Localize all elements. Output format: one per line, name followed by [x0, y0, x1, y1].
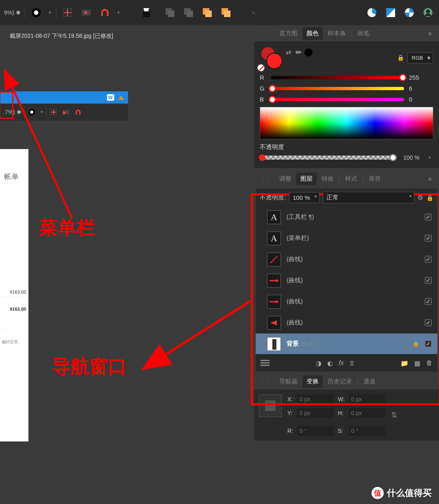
layer-panel-tabs: ⋮⋮ 调整 图层 特效 | 样式 | 库存 ≡ — [254, 171, 439, 187]
link-icon[interactable]: ⇅ — [391, 411, 397, 420]
tab-brushes[interactable]: 画笔 — [353, 27, 374, 40]
field-y[interactable]: 0 px — [297, 408, 334, 418]
snapping-grid-button[interactable] — [59, 5, 76, 20]
svg-line-1 — [162, 301, 250, 357]
document-tab[interactable]: 截屏2021-08-07 下午5.19.58.jpg [已修改] — [0, 29, 129, 43]
tab-layers[interactable]: 图层 — [296, 173, 317, 185]
blend-mode-select[interactable]: 正常 — [323, 192, 414, 203]
canvas-area: 截屏2021-08-07 下午5.19.58.jpg [已修改] W .7%) … — [0, 25, 254, 504]
embedded-app-preview: W .7%) ✱ ▼ — [0, 91, 128, 121]
value-g[interactable]: 6 — [409, 85, 433, 92]
doc-note-1: 。 — [0, 323, 28, 332]
field-s[interactable]: 0 ° — [349, 426, 385, 436]
vlc-icon — [118, 95, 124, 100]
color-spectrum[interactable] — [260, 107, 433, 139]
persona-liquify-button[interactable] — [382, 5, 399, 20]
panel-handle-icon[interactable]: ⋮⋮ — [257, 30, 274, 37]
panel-menu-icon[interactable]: ≡ — [424, 173, 436, 185]
tab-styles[interactable]: 样式 — [341, 173, 361, 185]
arrange-backward-button[interactable] — [180, 5, 197, 20]
embedded-mask-button — [25, 106, 38, 118]
zoom-indicator[interactable]: 9%) ✱ — [2, 9, 22, 16]
color-mode-select[interactable]: RGB — [407, 52, 433, 63]
watermark: 值 什么值得买 — [372, 487, 432, 499]
tab-fx[interactable]: 特效 — [317, 173, 338, 185]
color-panel: ⇄ ✎ 🔒 RGB R 255 G 6 B 0 不透明度 100 % — [254, 41, 439, 168]
tab-histogram[interactable]: 直方图 — [275, 27, 302, 40]
annotation-label-nav: 导航窗口 — [52, 354, 127, 379]
account-button[interactable] — [419, 5, 437, 20]
align-button[interactable]: ≡ — [245, 5, 262, 20]
doc-price-1: ¥163.00 — [0, 287, 28, 297]
main-toolbar: 9%) ✱ ▼ ▼ ≡ — [0, 0, 439, 25]
embedded-document: 帐单 ¥163.00 ¥163.00 。 偏好设置。 — [0, 149, 28, 441]
annotation-arrow-2 — [154, 298, 260, 363]
arrange-front-button[interactable] — [217, 5, 235, 20]
magnet-snap-button[interactable] — [96, 5, 113, 20]
sampled-color[interactable] — [304, 48, 313, 56]
tab-swatches[interactable]: 样本条 — [324, 27, 350, 40]
panel-menu-icon[interactable]: ≡ — [424, 28, 436, 39]
tab-stock[interactable]: 库存 — [365, 173, 385, 185]
embedded-toolbar: .7%) ✱ ▼ — [0, 104, 128, 121]
tab-color[interactable]: 颜色 — [302, 27, 323, 40]
embedded-grid-button — [48, 107, 60, 117]
layer-thumb — [267, 337, 281, 351]
field-r[interactable]: 0 ° — [297, 426, 334, 436]
embedded-titlebar: W — [0, 91, 128, 104]
document-tab-strip: 截屏2021-08-07 下午5.19.58.jpg [已修改] — [0, 25, 254, 43]
opacity-dropdown[interactable]: ▼ — [426, 156, 433, 160]
annotation-box-menu — [0, 91, 13, 119]
arrange-forward-button[interactable] — [199, 5, 216, 20]
snap-align-button[interactable] — [78, 5, 95, 20]
value-r[interactable]: 255 — [409, 74, 433, 81]
wps-icon: W — [107, 94, 114, 101]
doc-note-2: 偏好设置。 — [0, 337, 28, 346]
assistant-button[interactable] — [138, 5, 155, 20]
doc-price-2: ¥163.00 — [0, 304, 28, 314]
persona-photo-button[interactable] — [363, 5, 380, 20]
opacity-value[interactable]: 100 % — [400, 153, 423, 162]
arrange-back-button[interactable] — [161, 5, 178, 20]
opacity-label: 不透明度 — [260, 143, 433, 151]
annotation-label-menu: 菜单栏 — [39, 215, 95, 240]
color-swatch[interactable] — [260, 46, 283, 69]
embedded-snap-button — [60, 107, 72, 117]
snap-dropdown[interactable]: ▼ — [115, 11, 122, 15]
persona-develop-button[interactable] — [401, 5, 418, 20]
mask-dropdown[interactable]: ▼ — [46, 11, 54, 15]
swap-colors-icon[interactable]: ⇄ — [286, 48, 291, 56]
layer-opacity-select[interactable]: 100 % — [289, 192, 319, 203]
embedded-magnet-button — [72, 107, 84, 117]
right-panel-dock: ⋮⋮ 直方图 颜色 样本条 | 画笔 ≡ ⇄ ✎ 🔒 RGB R 255 G — [254, 25, 439, 504]
doc-title: 帐单 — [0, 149, 28, 182]
layer-stack-icon[interactable] — [261, 360, 269, 366]
panel-handle-icon[interactable]: ⋮⋮ — [257, 175, 274, 182]
embedded-dd: ▼ — [38, 110, 46, 114]
slider-r[interactable]: R 255 — [260, 74, 433, 81]
value-b[interactable]: 0 — [409, 96, 433, 103]
watermark-logo: 值 — [372, 487, 384, 499]
field-h[interactable]: 0 px — [349, 408, 385, 418]
mask-mode-button[interactable] — [28, 5, 45, 20]
color-panel-tabs: ⋮⋮ 直方图 颜色 样本条 | 画笔 ≡ — [254, 25, 439, 41]
annotation-box-nav — [251, 193, 439, 405]
lock-icon[interactable]: 🔒 — [397, 54, 404, 61]
opacity-slider[interactable] — [260, 156, 397, 160]
slider-b[interactable]: B 0 — [260, 96, 433, 103]
watermark-text: 什么值得买 — [387, 487, 432, 499]
eyedropper-icon[interactable]: ✎ — [293, 47, 304, 58]
slider-g[interactable]: G 6 — [260, 85, 433, 92]
tab-adjust[interactable]: 调整 — [275, 173, 296, 185]
